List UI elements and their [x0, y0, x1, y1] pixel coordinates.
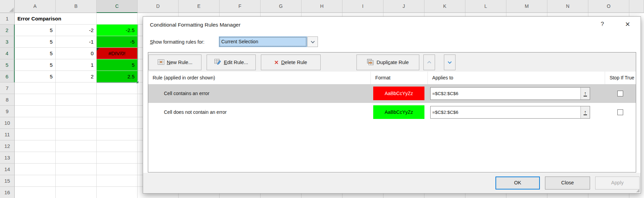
- select-all-corner[interactable]: [0, 0, 15, 13]
- column-header-I[interactable]: I: [342, 0, 383, 13]
- cell-C9[interactable]: [97, 106, 138, 117]
- cell-A10[interactable]: [15, 117, 56, 129]
- column-header-B[interactable]: B: [56, 0, 97, 13]
- cell-A14[interactable]: [15, 164, 56, 175]
- cell-B3[interactable]: -1: [56, 36, 97, 48]
- cell-B1[interactable]: [56, 13, 97, 25]
- column-header-D[interactable]: D: [138, 0, 179, 13]
- apply-button[interactable]: Apply: [595, 177, 640, 189]
- resize-grip[interactable]: [636, 189, 640, 192]
- row-header-8[interactable]: 8: [0, 94, 15, 106]
- cell-A7[interactable]: [15, 82, 56, 94]
- column-header-K[interactable]: K: [424, 0, 465, 13]
- column-header-N[interactable]: N: [547, 0, 588, 13]
- cell-C7[interactable]: [97, 82, 138, 94]
- cell-B6[interactable]: 2: [56, 71, 97, 82]
- cell-C5[interactable]: 5: [97, 59, 138, 71]
- close-icon[interactable]: ×: [622, 19, 633, 30]
- column-header-O[interactable]: O: [588, 0, 629, 13]
- row-header-3[interactable]: 3: [0, 36, 15, 48]
- cell-A15[interactable]: [15, 175, 56, 187]
- cell-A3[interactable]: 5: [15, 36, 56, 48]
- cell-C12[interactable]: [97, 140, 138, 152]
- row-header-4[interactable]: 4: [0, 48, 15, 59]
- cell-B12[interactable]: [56, 140, 97, 152]
- cell-B14[interactable]: [56, 164, 97, 175]
- row-header-6[interactable]: 6: [0, 71, 15, 82]
- cell-B13[interactable]: [56, 152, 97, 164]
- delete-rule-button[interactable]: × Delete Rule: [261, 55, 321, 70]
- cell-B8[interactable]: [56, 94, 97, 106]
- row-header-7[interactable]: 7: [0, 82, 15, 94]
- row-header-13[interactable]: 13: [0, 152, 15, 164]
- cell-A2[interactable]: 5: [15, 25, 56, 36]
- rule-row[interactable]: Cell does not contain an error AaBbCcYyZ…: [148, 103, 636, 122]
- row-header-14[interactable]: 14: [0, 164, 15, 175]
- column-header-M[interactable]: M: [506, 0, 547, 13]
- stop-if-true-checkbox[interactable]: [617, 109, 623, 115]
- row-header-1[interactable]: 1: [0, 13, 15, 25]
- cell-B15[interactable]: [56, 175, 97, 187]
- applies-to-input[interactable]: =$C$2:$C$6 ↑: [430, 106, 590, 119]
- applies-to-input[interactable]: =$C$2:$C$6 ↑: [430, 87, 590, 100]
- cell-B11[interactable]: [56, 129, 97, 140]
- cell-B10[interactable]: [56, 117, 97, 129]
- move-rule-down-button[interactable]: [444, 55, 456, 70]
- cell-A4[interactable]: 5: [15, 48, 56, 59]
- row-header-15[interactable]: 15: [0, 175, 15, 187]
- cell-A8[interactable]: [15, 94, 56, 106]
- row-header-2[interactable]: 2: [0, 25, 15, 36]
- cell-A6[interactable]: 5: [15, 71, 56, 82]
- cell-A13[interactable]: [15, 152, 56, 164]
- cell-C8[interactable]: [97, 94, 138, 106]
- cell-C15[interactable]: [97, 175, 138, 187]
- row-header-12[interactable]: 12: [0, 140, 15, 152]
- cell-B4[interactable]: 0: [56, 48, 97, 59]
- cell-A5[interactable]: 5: [15, 59, 56, 71]
- stop-if-true-checkbox[interactable]: [617, 91, 623, 96]
- cell-C4[interactable]: #DIV/0!: [97, 48, 138, 59]
- cell-C14[interactable]: [97, 164, 138, 175]
- edit-rule-button[interactable]: Edit Rule...: [207, 55, 256, 70]
- cell-A11[interactable]: [15, 129, 56, 140]
- collapse-dialog-button[interactable]: ↑: [580, 106, 590, 118]
- cell-A16[interactable]: [15, 187, 56, 198]
- column-header-L[interactable]: L: [465, 0, 506, 13]
- row-header-9[interactable]: 9: [0, 106, 15, 117]
- help-icon[interactable]: ?: [598, 21, 607, 30]
- cell-B16[interactable]: [56, 187, 97, 198]
- cell-B9[interactable]: [56, 106, 97, 117]
- column-header-E[interactable]: E: [179, 0, 220, 13]
- row-header-10[interactable]: 10: [0, 117, 15, 129]
- column-header-F[interactable]: F: [220, 0, 261, 13]
- cell-C2[interactable]: -2.5: [97, 25, 138, 36]
- ok-button[interactable]: OK: [495, 177, 540, 189]
- new-rule-button[interactable]: New Rule...: [149, 55, 201, 70]
- collapse-dialog-button[interactable]: ↑: [580, 88, 590, 100]
- cell-A1[interactable]: Error Comparison: [15, 13, 56, 25]
- column-header-C[interactable]: C: [97, 0, 138, 13]
- cell-C3[interactable]: -5: [97, 36, 138, 48]
- cell-A9[interactable]: [15, 106, 56, 117]
- row-header-5[interactable]: 5: [0, 59, 15, 71]
- cell-C10[interactable]: [97, 117, 138, 129]
- row-header-16[interactable]: 16: [0, 187, 15, 198]
- duplicate-rule-button[interactable]: Duplicate Rule: [356, 55, 419, 70]
- cell-C11[interactable]: [97, 129, 138, 140]
- rule-row[interactable]: Cell contains an error AaBbCcYyZz =$C$2:…: [148, 84, 636, 103]
- cell-C1[interactable]: [97, 13, 138, 25]
- cell-C6[interactable]: 2.5: [97, 71, 138, 82]
- column-header-H[interactable]: H: [302, 0, 342, 13]
- row-header-11[interactable]: 11: [0, 129, 15, 140]
- scope-dropdown[interactable]: Current Selection: [219, 36, 307, 47]
- cell-C16[interactable]: [97, 187, 138, 198]
- cell-A12[interactable]: [15, 140, 56, 152]
- scope-dropdown-arrow-button[interactable]: [307, 36, 318, 47]
- column-header-J[interactable]: J: [383, 0, 424, 13]
- move-rule-up-button[interactable]: [423, 55, 435, 70]
- column-header-A[interactable]: A: [15, 0, 56, 13]
- cell-C13[interactable]: [97, 152, 138, 164]
- close-button[interactable]: Close: [545, 177, 590, 189]
- cell-B2[interactable]: -2: [56, 25, 97, 36]
- cell-B5[interactable]: 1: [56, 59, 97, 71]
